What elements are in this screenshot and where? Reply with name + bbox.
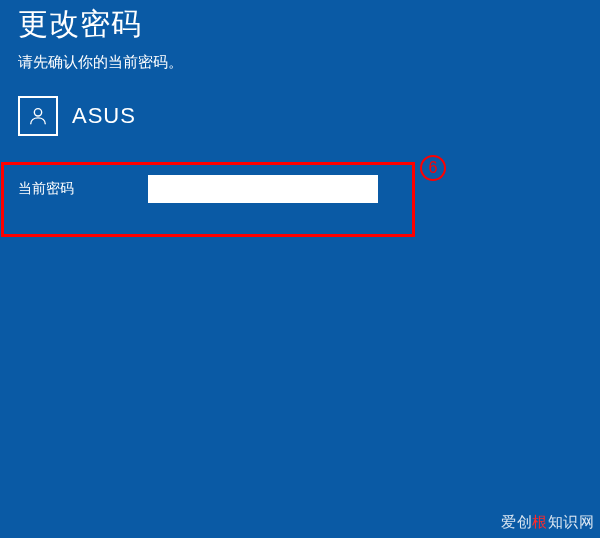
current-password-label: 当前密码 (18, 180, 148, 198)
user-row: ASUS (18, 96, 582, 136)
watermark-prefix: 爱创 (501, 513, 532, 530)
current-password-input[interactable] (148, 175, 378, 203)
username-label: ASUS (72, 103, 136, 129)
watermark-highlight: 根 (532, 513, 548, 530)
page-subtitle: 请先确认你的当前密码。 (18, 53, 582, 72)
page-title: 更改密码 (18, 4, 582, 45)
current-password-row: 当前密码 (18, 175, 582, 203)
svg-point-0 (34, 109, 41, 116)
watermark: 爱创根知识网 (501, 513, 594, 532)
avatar (18, 96, 58, 136)
person-icon (27, 105, 49, 127)
watermark-suffix: 知识网 (548, 513, 595, 530)
